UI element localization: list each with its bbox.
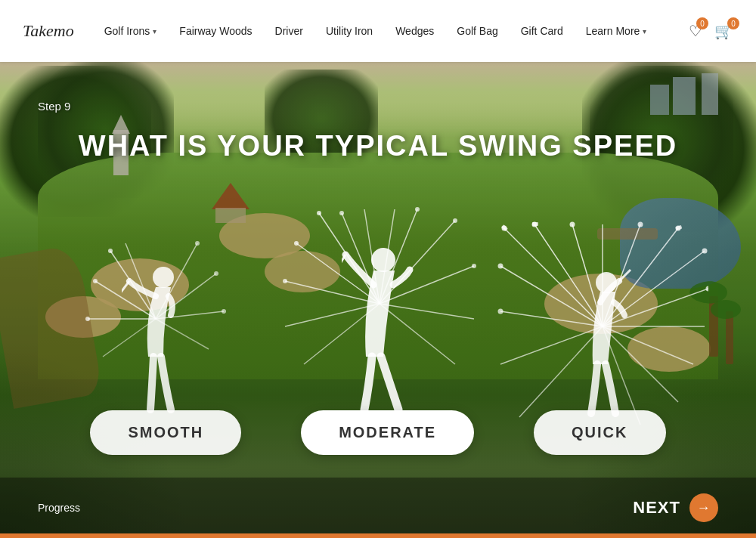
svg-point-32: [283, 279, 287, 283]
hero-section: Step 9 WHAT IS YOUR TYPICAL SWING SPEED: [0, 62, 756, 538]
golfer-silhouette-moderate: [342, 243, 417, 417]
bottom-bar: Progress NEXT →: [0, 478, 756, 538]
nav-item-wedges[interactable]: Wedges: [395, 25, 434, 37]
wishlist-badge: 0: [696, 17, 708, 29]
svg-point-57: [569, 222, 575, 227]
golfers-area: [0, 175, 756, 417]
golfer-silhouette-smooth: [122, 258, 190, 417]
nav-item-driver[interactable]: Driver: [275, 25, 303, 37]
svg-line-16: [122, 281, 129, 296]
options-row: SMOOTH MODERATE QUICK: [0, 410, 756, 455]
svg-point-35: [415, 207, 420, 212]
svg-point-12: [195, 241, 200, 246]
orange-accent-strip: [0, 533, 756, 538]
svg-line-38: [342, 255, 345, 274]
svg-point-61: [705, 286, 708, 292]
golfer-quick: [570, 266, 634, 417]
nav-item-golf-bag[interactable]: Golf Bag: [457, 25, 497, 37]
chevron-down-icon-2: ▾: [643, 27, 646, 36]
cart-badge: 0: [727, 17, 739, 29]
nav-item-learn-more[interactable]: Learn More ▾: [586, 25, 647, 37]
nav-links: Golf Irons ▾ Fairway Woods Driver Utilit…: [104, 25, 689, 37]
nav-item-utility-iron[interactable]: Utility Iron: [326, 25, 373, 37]
svg-point-34: [472, 264, 476, 268]
svg-point-14: [222, 309, 226, 314]
next-label: NEXT: [633, 498, 680, 518]
svg-rect-65: [532, 222, 538, 226]
logo[interactable]: Takemo: [23, 21, 74, 41]
svg-point-37: [371, 248, 395, 272]
progress-label: Progress: [38, 502, 80, 514]
golfer-silhouette-quick: [570, 266, 634, 417]
svg-point-11: [85, 317, 90, 321]
nav-item-golf-irons[interactable]: Golf Irons ▾: [104, 25, 157, 37]
wishlist-button[interactable]: ♡ 0: [689, 22, 702, 40]
svg-point-36: [339, 211, 344, 215]
nav-item-gift-card[interactable]: Gift Card: [521, 25, 563, 37]
option-smooth-button[interactable]: SMOOTH: [90, 410, 241, 455]
cart-button[interactable]: 🛒 0: [714, 22, 733, 40]
svg-point-62: [497, 264, 503, 269]
chevron-down-icon: ▾: [153, 27, 156, 36]
svg-rect-66: [675, 225, 682, 230]
option-moderate-button[interactable]: MODERATE: [301, 410, 474, 455]
nav-icons: ♡ 0 🛒 0: [689, 22, 733, 40]
svg-point-30: [317, 211, 321, 215]
svg-point-58: [637, 222, 643, 227]
svg-point-31: [294, 241, 299, 246]
svg-point-60: [702, 249, 707, 254]
golfer-smooth: [122, 258, 190, 417]
question-title: WHAT IS YOUR TYPICAL SWING SPEED: [0, 130, 756, 162]
svg-point-10: [93, 279, 98, 283]
next-arrow-icon: →: [689, 493, 718, 522]
option-quick-button[interactable]: QUICK: [534, 410, 665, 455]
golfer-moderate: [342, 243, 417, 417]
navbar: Takemo Golf Irons ▾ Fairway Woods Driver…: [0, 0, 756, 62]
step-indicator: Step 9: [38, 100, 70, 113]
svg-point-63: [497, 309, 503, 314]
svg-point-9: [108, 249, 113, 253]
next-button[interactable]: NEXT →: [633, 493, 718, 522]
nav-item-fairway-woods[interactable]: Fairway Woods: [179, 25, 252, 37]
svg-point-13: [214, 271, 218, 276]
svg-point-33: [453, 218, 457, 223]
svg-line-68: [619, 270, 631, 281]
svg-point-15: [153, 267, 174, 288]
